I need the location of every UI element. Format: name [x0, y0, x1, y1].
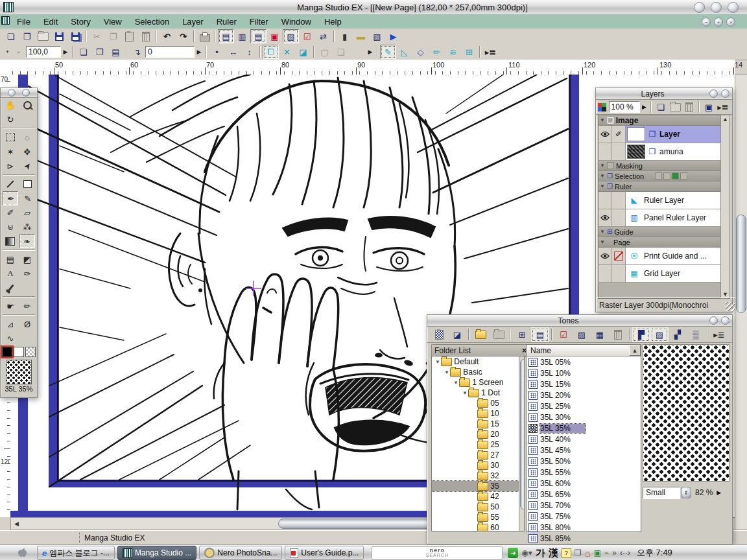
- palette-close-button[interactable]: [721, 89, 729, 98]
- draw-toggle[interactable]: [612, 192, 626, 209]
- tones-menu-icon[interactable]: ▸≣: [710, 327, 728, 342]
- layers-palette-titlebar[interactable]: Layers: [596, 88, 732, 100]
- tone-item[interactable]: 35L 85%: [527, 533, 641, 544]
- ruler-pen-tool-icon[interactable]: ⊿: [3, 318, 18, 331]
- next-page-icon[interactable]: ❐: [91, 45, 108, 59]
- folder-1dot[interactable]: ▼ 1 Dot: [432, 388, 524, 398]
- layer-row-layer[interactable]: ✐ ❐ Layer: [599, 126, 722, 143]
- task-nero-photosnap[interactable]: Nero PhotoSna...: [199, 546, 282, 560]
- name-column-header[interactable]: Name: [527, 345, 629, 356]
- tone-item[interactable]: 35L 65%: [527, 489, 641, 500]
- page-spin-icon[interactable]: ▶: [195, 45, 204, 59]
- more-icon[interactable]: ▶: [366, 45, 375, 59]
- lasso-tool-icon[interactable]: ◌: [20, 131, 34, 144]
- usb-device-icon[interactable]: ⌁: [604, 548, 609, 557]
- folder-15[interactable]: 15: [432, 419, 524, 429]
- black-color-swatch[interactable]: [2, 347, 12, 357]
- folder-60[interactable]: 60: [432, 522, 524, 531]
- palette-close-button[interactable]: [721, 316, 729, 325]
- layers-scrollbar[interactable]: ▲ ▼: [720, 115, 730, 299]
- collapse-arrow-icon[interactable]: ▼: [600, 229, 605, 235]
- direct-select-tool-icon[interactable]: ➤: [18, 156, 36, 175]
- layer-thumbnail[interactable]: [627, 127, 645, 141]
- pattern-brush-ruler-icon[interactable]: ✏: [429, 45, 445, 59]
- tone-item[interactable]: 35L 10%: [527, 368, 641, 379]
- pen-ruler-icon[interactable]: ✎: [380, 45, 396, 59]
- eraser-tool-icon[interactable]: ▱: [20, 206, 34, 219]
- layers-palette-icon[interactable]: ▤: [250, 29, 267, 43]
- layer-group-ruler[interactable]: ▼❐ Ruler: [599, 181, 722, 192]
- transparent-color-swatch[interactable]: [25, 347, 36, 357]
- pen-tool-icon[interactable]: ✒: [3, 191, 18, 205]
- snap-ruler-icon[interactable]: ◪: [295, 45, 311, 59]
- ime-help-icon[interactable]: ?: [562, 548, 571, 558]
- view-thumb-label-icon[interactable]: ▛: [632, 327, 650, 342]
- folder-10[interactable]: 10: [432, 408, 524, 419]
- page-field[interactable]: 0: [145, 46, 195, 58]
- actual-size-icon[interactable]: •: [209, 45, 225, 59]
- draw-toggle[interactable]: [612, 143, 626, 160]
- layer-opacity-field[interactable]: 100 %: [609, 101, 641, 113]
- nero-search-box[interactable]: nero SEARCH: [372, 546, 503, 560]
- palette-collapse-button[interactable]: [709, 89, 718, 98]
- pencil-tool-icon[interactable]: ✎: [21, 192, 35, 205]
- tools-palette-titlebar[interactable]: [1, 88, 37, 98]
- collapse-arrow-icon[interactable]: ▼: [600, 163, 605, 169]
- tone-item[interactable]: 35L 40%: [527, 434, 641, 445]
- undo-icon[interactable]: ↶: [159, 29, 175, 43]
- tone-item[interactable]: 35L 50%: [527, 456, 641, 467]
- layer-row-ruler-layer[interactable]: ◣ Ruler Layer: [599, 192, 722, 209]
- new-tone-folder-icon[interactable]: [490, 327, 508, 342]
- tone-item[interactable]: 35L 20%: [527, 390, 641, 401]
- selection-frame-icon[interactable]: ❑: [333, 45, 349, 59]
- minimize-button[interactable]: [694, 2, 705, 13]
- tone-item[interactable]: 35L 15%: [527, 379, 641, 390]
- folder-default[interactable]: ▼ Default: [432, 356, 524, 367]
- delete-icon[interactable]: [137, 29, 154, 43]
- rotate-canvas-tool-icon[interactable]: ↻: [3, 113, 18, 126]
- chevron-more-icon[interactable]: »: [612, 548, 617, 557]
- layer-group-masking[interactable]: ▼ Masking: [599, 161, 722, 171]
- tone-item[interactable]: 35L 70%: [527, 500, 641, 511]
- pattern-pen-tool-icon[interactable]: ✏: [20, 299, 34, 312]
- layer-group-page[interactable]: ▼ Page: [599, 237, 722, 248]
- ruler-select-tool-icon[interactable]: Ø: [20, 318, 34, 331]
- gradient-tool-icon[interactable]: [3, 235, 17, 248]
- print-icon[interactable]: [196, 29, 213, 43]
- layer-row-print-guide[interactable]: ⦿ Print Guide and ...: [599, 248, 722, 265]
- parallel-lines-ruler-icon[interactable]: ≋: [445, 45, 461, 59]
- selection-convert-icon[interactable]: [680, 172, 687, 180]
- tone-item[interactable]: 35L 45%: [527, 445, 641, 456]
- snap-off-icon[interactable]: ✕: [279, 45, 295, 59]
- tone-item-selected[interactable]: 35L 35%: [527, 423, 641, 434]
- maximize-button[interactable]: [711, 2, 722, 13]
- preview-size-select[interactable]: Small: [643, 487, 680, 499]
- ime-korean-indicator[interactable]: 가: [536, 547, 545, 559]
- task-users-guide[interactable]: User's Guide.p...: [285, 546, 364, 560]
- visibility-eye-icon[interactable]: [599, 248, 612, 264]
- save-icon[interactable]: [51, 29, 67, 43]
- curve-ruler-tool-icon[interactable]: ∿: [3, 332, 18, 345]
- list-view-icon[interactable]: ▤: [531, 327, 549, 342]
- panel-cutter-tool-icon[interactable]: ◩: [20, 253, 34, 266]
- draw-toggle[interactable]: [612, 265, 626, 282]
- folder-25[interactable]: 25: [432, 439, 524, 450]
- visibility-toggle[interactable]: [599, 265, 612, 282]
- launch-arrow-icon[interactable]: ➜: [508, 548, 518, 558]
- prev-page-icon[interactable]: ❏: [75, 45, 91, 59]
- magic-wand-tool-icon[interactable]: ✶: [3, 145, 18, 158]
- visibility-toggle[interactable]: [599, 143, 612, 160]
- eyedropper-tool-icon[interactable]: [3, 281, 18, 294]
- finger-tool-icon[interactable]: ☛: [3, 299, 18, 312]
- folder-05[interactable]: 05: [432, 398, 524, 408]
- new-story-icon[interactable]: ❐: [19, 29, 35, 43]
- tones-palette-icon[interactable]: ▨: [283, 29, 299, 43]
- selection-store-icon[interactable]: [655, 172, 662, 180]
- cut-icon[interactable]: ✂: [89, 29, 105, 43]
- zoom-in-icon[interactable]: +: [3, 47, 12, 56]
- layer-color-icon[interactable]: [598, 103, 606, 111]
- layer-lock-icon[interactable]: ▣: [702, 100, 716, 114]
- folder-basic[interactable]: ▼ Basic: [432, 367, 524, 377]
- palette-collapse-button[interactable]: [709, 316, 718, 325]
- window-mode-icon[interactable]: ❐: [575, 548, 582, 557]
